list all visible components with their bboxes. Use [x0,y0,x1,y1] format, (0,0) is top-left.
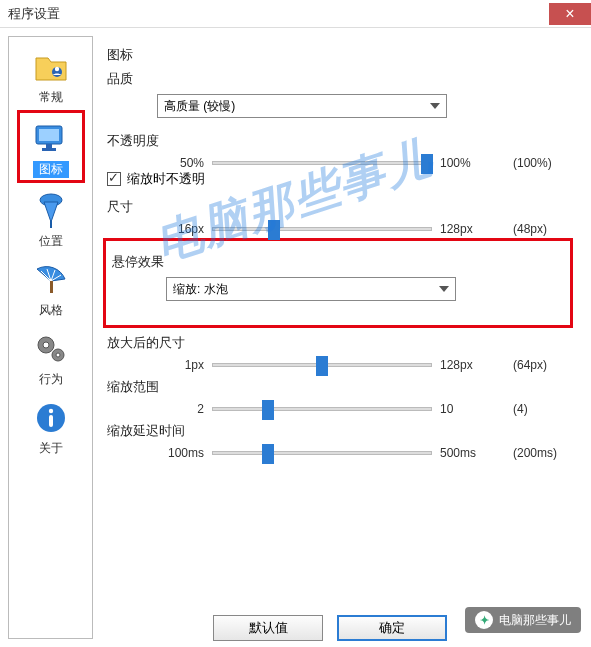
svg-rect-15 [49,415,53,427]
hover-select[interactable]: 缩放: 水泡 [166,277,456,301]
zoomrange-max: 10 [440,402,495,416]
sidebar-item-position[interactable]: 位置 [17,185,85,252]
window-title: 程序设置 [8,5,60,23]
opacity-label: 不透明度 [107,132,573,150]
zoomdelay-max: 500ms [440,446,495,460]
zoomdelay-slider[interactable] [212,451,432,455]
size-value: (48px) [513,222,573,236]
quality-select-value: 高质量 (较慢) [164,98,235,115]
footer-badge-text: 电脑那些事儿 [499,612,571,629]
ok-button[interactable]: 确定 [337,615,447,641]
enlarged-slider[interactable] [212,363,432,367]
main-panel: 图标 品质 高质量 (较慢) 不透明度 50% 100% (100%) 缩放时不… [97,28,591,647]
sidebar-item-style[interactable]: 风格 [17,254,85,321]
svg-rect-5 [42,148,56,151]
sidebar-item-about[interactable]: 关于 [17,392,85,459]
quality-select[interactable]: 高质量 (较慢) [157,94,447,118]
section-icon-title: 图标 [107,46,573,64]
opaque-on-zoom-checkbox[interactable] [107,172,121,186]
gears-icon [31,329,71,369]
opaque-on-zoom-label: 缩放时不透明 [127,170,205,188]
sidebar-item-behavior[interactable]: 行为 [17,323,85,390]
opacity-value: (100%) [513,156,573,170]
wechat-icon: ✦ [475,611,493,629]
content: 常规 图标 位置 风格 行为 [0,28,591,647]
opacity-min: 50% [149,156,204,170]
zoomrange-min: 2 [149,402,204,416]
hover-effect-highlight: 悬停效果 缩放: 水泡 [103,238,573,328]
enlarged-min: 1px [149,358,204,372]
zoomdelay-min: 100ms [149,446,204,460]
enlarged-max: 128px [440,358,495,372]
sidebar-label: 常规 [39,89,63,106]
sidebar: 常规 图标 位置 风格 行为 [8,36,93,639]
enlarged-value: (64px) [513,358,573,372]
hover-label: 悬停效果 [112,253,564,271]
svg-rect-8 [50,281,53,293]
sidebar-label: 风格 [39,302,63,319]
sidebar-label: 位置 [39,233,63,250]
sidebar-item-general[interactable]: 常规 [17,41,85,108]
svg-rect-3 [39,129,59,141]
close-button[interactable]: × [549,3,591,25]
hover-select-value: 缩放: 水泡 [173,281,228,298]
sidebar-label: 行为 [39,371,63,388]
svg-rect-4 [46,144,52,148]
enlarged-label: 放大后的尺寸 [107,334,573,352]
size-min: 16px [149,222,204,236]
titlebar: 程序设置 × [0,0,591,28]
footer-badge: ✦ 电脑那些事儿 [465,607,581,633]
section-quality-title: 品质 [107,70,573,88]
svg-point-14 [48,409,52,413]
sidebar-label: 图标 [33,161,69,178]
opacity-max: 100% [440,156,495,170]
zoomdelay-value: (200ms) [513,446,573,460]
svg-point-12 [56,353,60,357]
pin-icon [31,191,71,231]
info-icon [31,398,71,438]
fan-brush-icon [31,260,71,300]
size-max: 128px [440,222,495,236]
opacity-slider[interactable] [212,161,432,165]
folder-icon [31,47,71,87]
size-label: 尺寸 [107,198,573,216]
chevron-down-icon [439,286,449,292]
chevron-down-icon [430,103,440,109]
svg-point-10 [43,342,49,348]
zoomdelay-label: 缩放延迟时间 [107,422,573,440]
size-slider[interactable] [212,227,432,231]
zoomrange-value: (4) [513,402,573,416]
monitor-icon [31,119,71,159]
svg-point-1 [54,67,58,71]
sidebar-item-icons[interactable]: 图标 [17,110,85,183]
defaults-button[interactable]: 默认值 [213,615,323,641]
zoomrange-slider[interactable] [212,407,432,411]
sidebar-label: 关于 [39,440,63,457]
zoomrange-label: 缩放范围 [107,378,573,396]
